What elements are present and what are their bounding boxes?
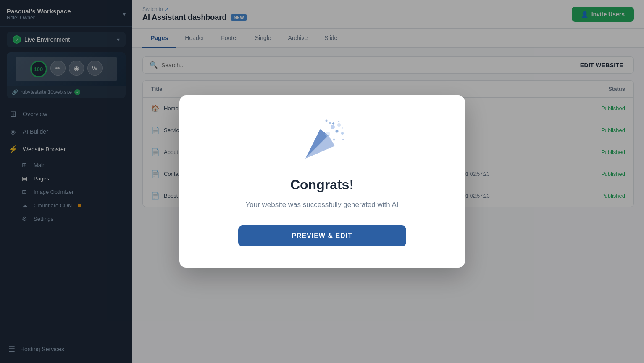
svg-text:✦: ✦: [331, 121, 335, 126]
svg-point-6: [341, 132, 344, 135]
congrats-illustration: ✦ ✦ ✦: [297, 117, 347, 167]
svg-point-3: [335, 130, 338, 133]
svg-text:✦: ✦: [337, 120, 340, 124]
preview-edit-button[interactable]: PREVIEW & EDIT: [238, 225, 406, 246]
svg-point-13: [325, 132, 330, 137]
congrats-title: Congrats!: [205, 177, 440, 193]
svg-point-5: [337, 123, 341, 127]
congrats-subtitle: Your website was successfully generated …: [205, 199, 440, 210]
svg-point-4: [329, 122, 331, 124]
svg-point-12: [333, 139, 335, 141]
svg-point-11: [342, 139, 344, 140]
modal-overlay[interactable]: ✦ ✦ ✦ Congrats! Your website was success…: [0, 0, 644, 363]
svg-text:✦: ✦: [341, 127, 344, 130]
svg-point-10: [325, 120, 327, 122]
congrats-modal: ✦ ✦ ✦ Congrats! Your website was success…: [179, 95, 465, 268]
